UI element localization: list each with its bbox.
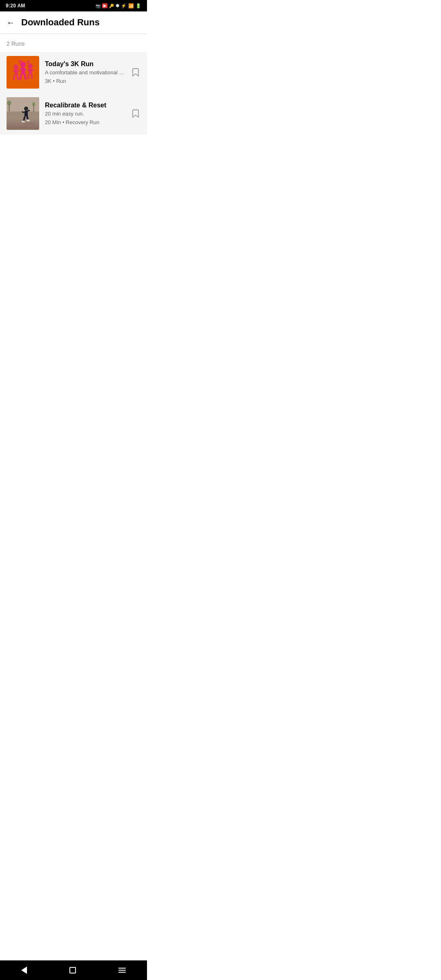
list-item[interactable]: Today's 3K Run A comfortable and motivat… (0, 52, 147, 93)
svg-rect-11 (16, 75, 19, 80)
svg-point-26 (32, 102, 36, 106)
run-thumbnail-2 (7, 97, 39, 130)
screen-record-icon: ▶ (102, 3, 107, 8)
status-time: 9:20 AM (6, 3, 25, 9)
svg-point-27 (24, 107, 28, 111)
run-thumbnail-2-image (7, 97, 39, 130)
svg-point-34 (27, 120, 30, 122)
run-meta-2: 20 Min • Recovery Run (45, 119, 127, 125)
camera-icon: 📷 (96, 4, 100, 8)
status-icons: 📷 ▶ 🔑 ✱ ⚡ 📶 🔋 (96, 3, 141, 9)
svg-point-19 (27, 60, 30, 64)
svg-rect-4 (19, 74, 22, 80)
svg-point-12 (28, 64, 33, 69)
back-button[interactable]: ← (7, 18, 15, 27)
run-title-1: Today's 3K Run (45, 60, 127, 68)
svg-point-33 (22, 121, 25, 123)
runs-count-label: 2 Runs (0, 34, 147, 52)
bluetooth-icon: ✱ (116, 3, 119, 9)
run-thumbnail-1 (7, 56, 39, 89)
run-meta-1: 3K • Run (45, 78, 127, 84)
svg-point-24 (7, 100, 11, 105)
content-area: 2 Runs (0, 34, 147, 134)
wifi-icon: 📶 (128, 3, 134, 9)
key-icon: 🔑 (109, 4, 114, 8)
status-bar: 9:20 AM 📷 ▶ 🔑 ✱ ⚡ 📶 🔋 (0, 0, 147, 11)
svg-point-6 (13, 65, 18, 69)
run-info-2: Recalibrate & Reset 20 min easy run. 20 … (45, 102, 127, 125)
svg-rect-28 (24, 111, 28, 116)
run-info-1: Today's 3K Run A comfortable and motivat… (45, 60, 127, 84)
run-description-2: 20 min easy run. (45, 111, 127, 117)
list-item[interactable]: Recalibrate & Reset 20 min easy run. 20 … (0, 93, 147, 134)
bookmark-button-1[interactable] (131, 67, 140, 77)
flash-icon: ⚡ (121, 3, 127, 9)
battery-icon: 🔋 (136, 3, 141, 9)
bookmark-button-2[interactable] (131, 109, 140, 118)
run-title-2: Recalibrate & Reset (45, 102, 127, 109)
svg-point-18 (18, 60, 22, 63)
run-thumbnail-1-image (9, 58, 37, 87)
svg-rect-5 (24, 74, 27, 80)
app-header: ← Downloaded Runs (0, 11, 147, 34)
svg-rect-35 (7, 126, 39, 130)
run-description-1: A comfortable and motivational 3000m eas… (45, 69, 127, 76)
svg-rect-10 (13, 75, 15, 80)
svg-rect-16 (27, 74, 29, 79)
page-title: Downloaded Runs (21, 17, 100, 28)
svg-point-22 (23, 122, 35, 125)
svg-rect-17 (31, 74, 33, 79)
